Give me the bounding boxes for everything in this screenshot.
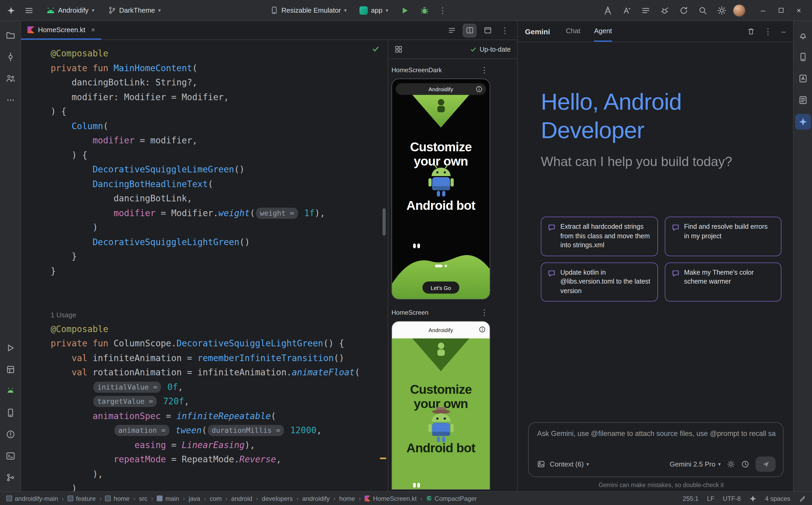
tab-chat[interactable]: Chat [566,21,580,42]
editor-scrollbar[interactable] [382,208,386,235]
suggestion-card[interactable]: Extract all hardcoded strings from this … [541,217,658,256]
breadcrumb-item[interactable]: java [189,495,200,502]
breadcrumb-item[interactable]: androidify [302,495,330,502]
task-list-icon[interactable] [638,3,654,18]
compose-preview-panel: Up-to-date HomeScreenDark ⋮ Androidify [388,40,517,491]
suggestion-grid: Extract all hardcoded strings from this … [541,217,781,302]
preview-layout-icon[interactable] [395,45,402,53]
breadcrumb-item[interactable]: com [210,495,222,502]
delete-conversation-icon[interactable] [747,27,755,35]
kotlin-file-icon [27,26,34,33]
notifications-icon[interactable] [795,27,811,43]
translations-editor-icon[interactable] [795,70,811,87]
suggestion-card[interactable]: Find and resolve build errors in my proj… [665,217,781,256]
readonly-toggle-icon[interactable] [799,495,806,502]
gemini-more-icon[interactable]: ⋮ [762,27,774,36]
gemini-input-box[interactable]: Ask Gemini, use @filename to attach sour… [528,422,784,477]
terminal-icon[interactable] [2,448,18,464]
breadcrumb-item[interactable]: android [231,495,252,502]
breadcrumb-item[interactable]: CCompactPager [426,495,477,502]
device-manager-icon[interactable] [2,383,18,399]
problems-icon[interactable] [2,427,18,442]
main-toolbar: Androidify ▾ DarkTheme ▾ Resizable Emula… [0,0,812,21]
maximize-button[interactable] [772,3,790,18]
project-selector[interactable]: Androidify ▾ [42,4,99,16]
breadcrumb-item[interactable]: HomeScreen.kt [365,495,417,502]
gemini-settings-icon[interactable] [727,460,735,468]
suggestion-card[interactable]: Make my Theme's color scheme warmer [665,262,781,302]
model-selector[interactable]: Gemini 2.5 Pro ▾ [670,460,721,468]
user-avatar[interactable] [733,4,745,17]
code-view-icon[interactable] [445,24,458,37]
running-devices-icon[interactable] [2,405,18,420]
preview-app-pill: Androidify [396,83,486,95]
breadcrumb-item[interactable]: androidify-main [6,495,58,502]
breadcrumb-item[interactable]: main [157,495,179,502]
device-selector[interactable]: Resizable Emulator ▾ [266,4,351,16]
ai-debug-icon[interactable] [657,3,673,18]
breadcrumb-item[interactable]: feature [68,495,96,502]
more-run-actions-icon[interactable]: ⋮ [437,6,449,15]
design-view-icon[interactable] [481,24,494,37]
close-button[interactable]: × [790,3,808,18]
minimize-button[interactable]: – [754,3,772,18]
code-editor[interactable]: @Composableprivate fun MainHomeContent( … [21,40,388,491]
breadcrumb-item[interactable]: home [105,495,129,502]
run-tool-icon[interactable] [2,340,18,356]
main-menu-icon[interactable] [21,3,37,18]
gemini-tool-icon[interactable] [795,114,811,130]
branch-selector[interactable]: DarkTheme ▾ [104,4,165,16]
sync-project-icon[interactable] [676,3,692,18]
breadcrumb-item[interactable]: developers [262,495,293,502]
editor-tab-homescreen[interactable]: HomeScreen.kt × [21,21,101,39]
preview-menu-icon[interactable]: ⋮ [479,65,490,75]
chat-suggestion-icon [671,223,679,231]
ai-actions-icon[interactable] [619,3,635,18]
structure-tool-icon[interactable] [795,92,811,108]
ai-status-icon[interactable] [749,495,757,502]
caret-position[interactable]: 255:1 [683,495,699,502]
context-selector[interactable]: Context (6) ▾ [550,460,589,468]
code-line: ) [51,220,388,235]
editor-more-icon[interactable]: ⋮ [499,26,511,35]
breadcrumb-item[interactable]: src [139,495,147,502]
preview-status: Up-to-date [480,46,511,53]
line-separator-indicator[interactable]: LF [707,495,714,502]
debug-button[interactable] [417,3,433,18]
breadcrumb-item[interactable]: home [339,495,355,502]
history-icon[interactable] [741,460,749,468]
code-line: modifier = modifier, [51,133,388,148]
gemini-header: Gemini Chat Agent ⋮ – [517,21,793,42]
version-control-icon[interactable] [2,470,18,486]
device-explorer-icon[interactable] [795,49,811,65]
more-tool-windows-icon[interactable] [2,92,18,108]
preview-render-homescreen[interactable]: Androidify Customize your own [391,321,490,490]
encoding-indicator[interactable]: UTF-8 [723,495,741,502]
run-button[interactable] [397,3,413,18]
kotlin-icon [365,496,370,501]
layout-inspector-icon[interactable] [2,362,18,377]
hide-panel-icon[interactable]: – [781,27,786,36]
code-line: @Composable [51,322,388,336]
commit-tool-icon[interactable] [2,49,18,65]
inspection-ok-icon[interactable] [372,45,379,53]
code-line: val rotationAnimation = infiniteAnimatio… [51,365,388,380]
send-button[interactable] [756,457,776,472]
project-name: Androidify [58,6,89,14]
split-view-icon[interactable] [463,24,476,37]
attach-image-icon[interactable] [537,460,545,468]
tab-close-icon[interactable]: × [91,26,95,34]
project-tool-icon[interactable] [2,27,18,43]
preview-menu-icon[interactable]: ⋮ [479,308,490,317]
indent-indicator[interactable]: 4 spaces [765,495,790,502]
profiler-icon[interactable] [600,3,616,18]
settings-icon[interactable] [714,3,730,18]
code-line: 1 Usage [51,307,388,322]
preview-render-homescreendark[interactable]: Androidify Customize your own [391,78,490,299]
run-config-selector[interactable]: app ▾ [355,4,392,17]
branch-name: DarkTheme [119,6,155,14]
search-icon[interactable] [695,3,711,18]
pull-requests-icon[interactable] [2,70,18,87]
tab-agent[interactable]: Agent [594,21,612,42]
suggestion-card[interactable]: Update kotlin in @libs.version.toml to t… [541,262,658,302]
